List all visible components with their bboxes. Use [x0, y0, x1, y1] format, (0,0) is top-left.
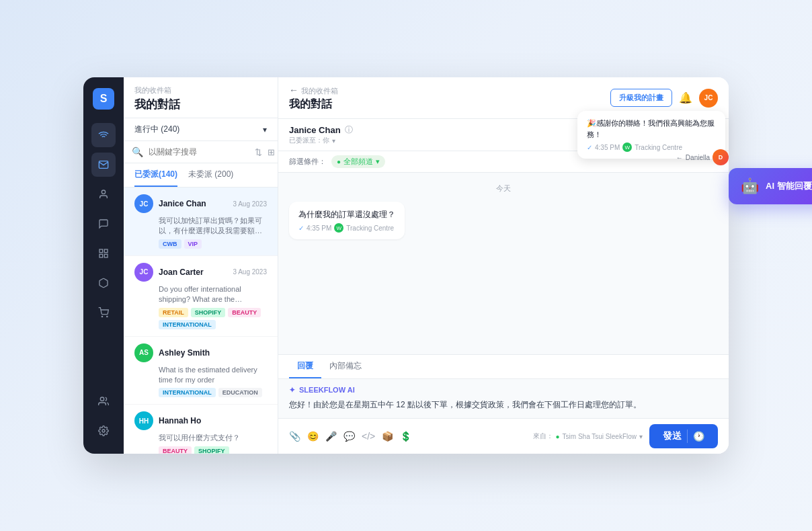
notification-icon[interactable]: 🔔 — [679, 91, 692, 104]
svg-point-6 — [107, 316, 108, 317]
filter-icon[interactable]: ⊞ — [268, 147, 275, 157]
svg-point-0 — [102, 190, 105, 194]
main-title: 我的對話 — [289, 97, 338, 112]
conv-name: Ashley Smith — [159, 348, 267, 358]
svg-rect-2 — [104, 249, 108, 253]
conv-name: Janice Chan — [159, 199, 227, 208]
conv-date: 3 Aug 2023 — [233, 268, 267, 276]
whatsapp-icon: W — [334, 223, 343, 233]
agent-avatar: D — [713, 149, 729, 165]
channel-filter[interactable]: ● 全部頻道 ▾ — [331, 155, 385, 168]
tab-reply[interactable]: 回覆 — [289, 355, 321, 378]
whatsapp-source-icon: ● — [556, 433, 560, 440]
sidebar-item-box[interactable] — [91, 271, 116, 295]
template-icon[interactable]: 💬 — [343, 431, 355, 442]
tab-assigned[interactable]: 已委派(140) — [134, 163, 177, 187]
avatar: JC — [134, 194, 153, 213]
avatar: AS — [134, 343, 153, 362]
tag: CWB — [159, 239, 181, 249]
sort-icon[interactable]: ⇅ — [255, 147, 262, 157]
messages-area: 今天 為什麼我的訂單還沒處理？ ✓ 4:35 PM W Tracking Cen… — [278, 173, 729, 354]
info-icon[interactable]: ⓘ — [345, 124, 353, 136]
tab-note[interactable]: 內部備忘 — [321, 355, 370, 378]
list-item[interactable]: JC Janice Chan 3 Aug 2023 我可以加快訂單出貨嗎？如果可… — [124, 188, 278, 256]
upgrade-button[interactable]: 升級我的計畫 — [610, 89, 672, 107]
svg-rect-3 — [99, 254, 103, 257]
sidebar-item-grid[interactable] — [91, 241, 116, 266]
ai-sparkle-icon: ✦ — [289, 386, 295, 395]
agent-name: ← — [676, 154, 683, 161]
code-icon[interactable]: </> — [362, 431, 375, 442]
ai-smart-reply-card[interactable]: 🤖 AI 智能回覆 — [729, 168, 812, 204]
package-icon[interactable]: 📦 — [382, 431, 393, 442]
tag: BEAUTY — [159, 446, 192, 454]
sidebar-item-wifi[interactable] — [91, 123, 116, 147]
tag: VIP — [184, 239, 202, 249]
sidebar-item-people[interactable] — [91, 389, 116, 413]
left-panel: 我的收件箱 我的對話 進行中 (240) ▾ 🔍 ⇅ ⊞ 已委派(140) 未委… — [124, 77, 278, 454]
tag: RETAIL — [159, 308, 188, 317]
agent-attribution: ← Daniella D — [676, 149, 729, 165]
chevron-down-icon: ▾ — [263, 125, 267, 134]
ai-reply-text: 您好！由於您是在星期五中午 12 點以後下單，根據交貨政策，我們會在下個工作日處… — [289, 399, 718, 411]
tag: INTERNATIONAL — [159, 320, 216, 329]
conv-name: Joan Carter — [159, 268, 227, 277]
breadcrumb: 我的收件箱 — [134, 85, 267, 95]
message-received: 為什麼我的訂單還沒處理？ ✓ 4:35 PM W Tracking Centre — [289, 202, 405, 239]
whatsapp-icon: W — [622, 142, 632, 152]
svg-rect-1 — [99, 249, 103, 253]
tag: EDUCATION — [218, 388, 262, 397]
emoji-icon[interactable]: 😊 — [307, 431, 319, 442]
sidebar: S — [83, 77, 124, 454]
chevron-down-icon: ▾ — [376, 157, 380, 166]
sidebar-logo: S — [93, 88, 114, 110]
conv-preview: 我可以加快訂單出貨嗎？如果可以，有什麼選擇以及我需要額外支付多少錢？ — [159, 216, 267, 237]
sidebar-item-chat[interactable] — [91, 212, 116, 236]
check-icon: ✓ — [298, 224, 304, 232]
mic-icon[interactable]: 🎤 — [325, 431, 337, 442]
sidebar-item-shop[interactable] — [91, 300, 116, 325]
sidebar-item-contacts[interactable] — [91, 182, 116, 206]
status-selector[interactable]: 進行中 (240) ▾ — [124, 118, 278, 141]
date-divider: 今天 — [289, 183, 718, 194]
user-avatar: JC — [699, 89, 718, 108]
svg-point-8 — [102, 430, 105, 432]
page-title: 我的對話 — [134, 97, 267, 112]
attachment-icon[interactable]: 📎 — [289, 431, 300, 442]
coin-icon[interactable]: 💲 — [400, 431, 411, 442]
tag: SHOPIFY — [191, 308, 226, 317]
source-label: 來自： ● Tsim Sha Tsui SleekFlow ▾ — [533, 432, 643, 441]
reply-area: 回覆 內部備忘 ✦ SLEEKFLOW AI 您好！由於您是在星期五中午 12 … — [278, 354, 729, 454]
sidebar-item-settings[interactable] — [91, 419, 116, 443]
tag: BEAUTY — [228, 308, 261, 317]
avatar: HH — [134, 411, 153, 430]
search-input[interactable] — [149, 147, 249, 157]
svg-point-7 — [100, 397, 104, 401]
clock-icon[interactable]: 🕐 — [693, 431, 704, 442]
ai-robot-icon: 🤖 — [741, 177, 759, 195]
tag: SHOPIFY — [194, 446, 229, 454]
conv-preview: Do you offer international shipping? Wha… — [159, 284, 267, 305]
svg-point-5 — [102, 316, 102, 317]
list-item[interactable]: AS Ashley Smith What is the estimated de… — [124, 337, 278, 405]
back-button[interactable]: ← 我的收件箱 — [289, 84, 338, 96]
contact-name: Janice Chan — [289, 125, 341, 135]
bot-message-text: 🎉感謝你的聯絡！我們很高興能為您服務！ — [587, 118, 716, 140]
chevron-down-icon[interactable]: ▾ — [639, 433, 643, 440]
ai-reply-box: ✦ SLEEKFLOW AI 您好！由於您是在星期五中午 12 點以後下單，根據… — [278, 379, 729, 418]
list-item[interactable]: JC Joan Carter 3 Aug 2023 Do you offer i… — [124, 256, 278, 337]
list-item[interactable]: HH Hannah Ho 我可以用什麼方式支付？ BEAUTY SHOPIFY — [124, 405, 278, 454]
conv-preview: 我可以用什麼方式支付？ — [159, 433, 267, 443]
conversation-list: JC Janice Chan 3 Aug 2023 我可以加快訂單出貨嗎？如果可… — [124, 188, 278, 454]
tab-unassigned[interactable]: 未委派 (200) — [188, 163, 233, 187]
agent-name-text: Daniella — [686, 154, 710, 161]
sidebar-item-inbox[interactable] — [91, 153, 116, 177]
message-text: 為什麼我的訂單還沒處理？ — [298, 208, 395, 220]
search-icon: 🔍 — [132, 147, 143, 157]
avatar: JC — [134, 263, 153, 282]
chevron-down-icon[interactable]: ▾ — [332, 137, 335, 145]
svg-rect-4 — [104, 254, 108, 257]
tag: INTERNATIONAL — [159, 388, 216, 397]
send-button[interactable]: 發送 🕐 — [649, 424, 718, 448]
conv-date: 3 Aug 2023 — [233, 200, 267, 208]
